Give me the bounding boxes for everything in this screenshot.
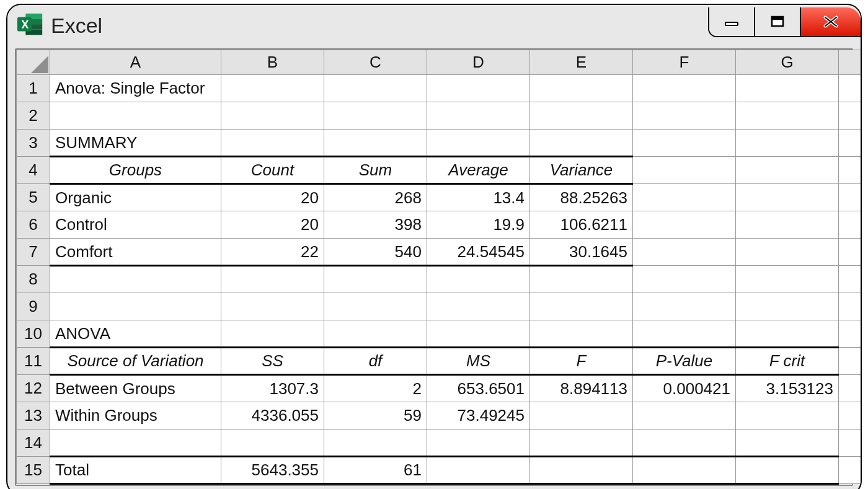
row-header[interactable]: 2	[17, 102, 50, 130]
cell-A7[interactable]: Comfort	[50, 239, 221, 266]
col-header-G[interactable]: G	[736, 50, 839, 75]
worksheet[interactable]: A B C D E F G 1 Anova: Single Factor 2	[15, 48, 853, 486]
cell-D13[interactable]: 73.49245	[427, 402, 530, 430]
cell-B9[interactable]	[221, 293, 324, 320]
cell-D8[interactable]	[427, 266, 530, 293]
cell-H3[interactable]	[839, 130, 862, 157]
cell-G1[interactable]	[736, 75, 839, 102]
cell-C8[interactable]	[324, 266, 427, 293]
cell-B10[interactable]	[221, 320, 324, 348]
close-button[interactable]	[801, 7, 861, 36]
cell-E8[interactable]	[530, 266, 633, 293]
cell-C7[interactable]: 540	[324, 239, 427, 266]
cell-E2[interactable]	[530, 102, 633, 130]
cell-F15[interactable]	[633, 457, 736, 484]
cell-D10[interactable]	[427, 320, 530, 348]
maximize-button[interactable]	[755, 7, 801, 36]
cell-B15[interactable]: 5643.355	[221, 457, 324, 484]
col-header-F[interactable]: F	[633, 50, 736, 75]
cell-E14[interactable]	[530, 430, 633, 457]
cell-B12[interactable]: 1307.3	[221, 375, 324, 402]
cell-G15[interactable]	[736, 457, 839, 484]
cell-E3[interactable]	[530, 130, 633, 157]
cell-G12[interactable]: 3.153123	[736, 375, 839, 402]
cell-D5[interactable]: 13.4	[427, 184, 530, 211]
row-header[interactable]: 1	[17, 75, 50, 102]
col-header-extra[interactable]	[839, 50, 862, 75]
cell-G8[interactable]	[736, 266, 839, 293]
cell-A10[interactable]: ANOVA	[50, 320, 221, 348]
cell-C9[interactable]	[324, 293, 427, 320]
cell-H8[interactable]	[839, 266, 862, 293]
cell-D14[interactable]	[427, 430, 530, 457]
row-header[interactable]: 3	[17, 130, 50, 157]
cell-D3[interactable]	[427, 130, 530, 157]
cell-A8[interactable]	[50, 266, 221, 293]
cell-E4[interactable]: Variance	[530, 157, 633, 184]
cell-F12[interactable]: 0.000421	[633, 375, 736, 402]
row-header[interactable]: 6	[17, 211, 50, 239]
cell-F4[interactable]	[633, 157, 736, 184]
cell-F13[interactable]	[633, 402, 736, 430]
cell-A13[interactable]: Within Groups	[50, 402, 221, 430]
col-header-C[interactable]: C	[324, 50, 427, 75]
row-header[interactable]: 13	[17, 402, 50, 430]
cell-G14[interactable]	[736, 430, 839, 457]
cell-C4[interactable]: Sum	[324, 157, 427, 184]
row-header[interactable]: 9	[17, 293, 50, 320]
cell-D4[interactable]: Average	[427, 157, 530, 184]
cell-B8[interactable]	[221, 266, 324, 293]
cell-A15[interactable]: Total	[50, 457, 221, 484]
row-header[interactable]: 14	[17, 430, 50, 457]
cell-C15[interactable]: 61	[324, 457, 427, 484]
cell-A14[interactable]	[50, 430, 221, 457]
cell-B1[interactable]	[221, 75, 324, 102]
cell-G13[interactable]	[736, 402, 839, 430]
row-header[interactable]: 12	[17, 375, 50, 402]
cell-G9[interactable]	[736, 293, 839, 320]
cell-C6[interactable]: 398	[324, 211, 427, 239]
cell-B4[interactable]: Count	[221, 157, 324, 184]
cell-F11[interactable]: P-Value	[633, 348, 736, 375]
cell-G10[interactable]	[736, 320, 839, 348]
cell-C13[interactable]: 59	[324, 402, 427, 430]
cell-H9[interactable]	[839, 293, 862, 320]
cell-H15[interactable]	[839, 457, 862, 484]
cell-D1[interactable]	[427, 75, 530, 102]
cell-C12[interactable]: 2	[324, 375, 427, 402]
cell-H4[interactable]	[839, 157, 862, 184]
cell-G4[interactable]	[736, 157, 839, 184]
cell-C14[interactable]	[324, 430, 427, 457]
cell-H12[interactable]	[839, 375, 862, 402]
cell-E13[interactable]	[530, 402, 633, 430]
cell-G3[interactable]	[736, 130, 839, 157]
cell-D2[interactable]	[427, 102, 530, 130]
grid[interactable]: A B C D E F G 1 Anova: Single Factor 2	[16, 50, 862, 485]
cell-B13[interactable]: 4336.055	[221, 402, 324, 430]
cell-D12[interactable]: 653.6501	[427, 375, 530, 402]
cell-E1[interactable]	[530, 75, 633, 102]
minimize-button[interactable]	[709, 7, 755, 36]
cell-D9[interactable]	[427, 293, 530, 320]
cell-H7[interactable]	[839, 239, 862, 266]
cell-F6[interactable]	[633, 211, 736, 239]
cell-E10[interactable]	[530, 320, 633, 348]
cell-C11[interactable]: df	[324, 348, 427, 375]
select-all-corner[interactable]	[17, 50, 50, 75]
cell-A11[interactable]: Source of Variation	[50, 348, 221, 375]
row-header[interactable]: 11	[17, 348, 50, 375]
cell-G7[interactable]	[736, 239, 839, 266]
cell-F7[interactable]	[633, 239, 736, 266]
row-header[interactable]: 4	[17, 157, 50, 184]
row-header[interactable]: 10	[17, 320, 50, 348]
cell-A12[interactable]: Between Groups	[50, 375, 221, 402]
cell-D11[interactable]: MS	[427, 348, 530, 375]
col-header-D[interactable]: D	[427, 50, 530, 75]
col-header-B[interactable]: B	[221, 50, 324, 75]
cell-F2[interactable]	[633, 102, 736, 130]
cell-A6[interactable]: Control	[50, 211, 221, 239]
row-header[interactable]: 7	[17, 239, 50, 266]
cell-C10[interactable]	[324, 320, 427, 348]
cell-C5[interactable]: 268	[324, 184, 427, 211]
cell-B14[interactable]	[221, 430, 324, 457]
